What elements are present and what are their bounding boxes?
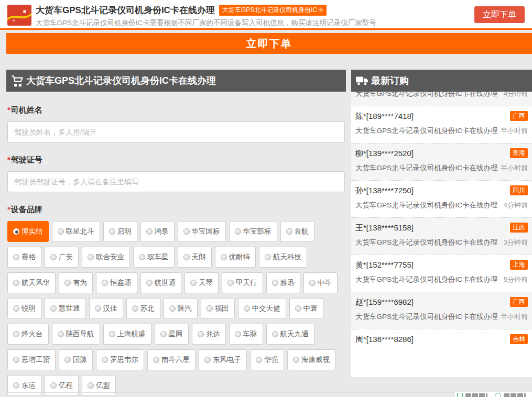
radio-icon (204, 357, 211, 363)
radio-icon (286, 228, 292, 235)
brand-option[interactable]: 甲天行 (222, 272, 263, 293)
brand-option-label: 天朗 (192, 252, 206, 262)
brand-option-label: 思增工贸 (21, 355, 50, 365)
brand-option[interactable]: 优耐特 (215, 247, 256, 268)
brand-option[interactable]: 广安 (45, 247, 79, 268)
brand-option[interactable]: 航天风华 (7, 272, 56, 293)
brand-option[interactable]: 福田 (201, 298, 235, 319)
brand-option[interactable]: 天朗 (178, 247, 212, 268)
brand-option[interactable]: 陕汽 (164, 298, 198, 319)
brand-option[interactable]: 国脉 (59, 349, 93, 370)
orders-list: 4分钟前大货车GPS北斗记录仪司机身份IC卡在线办理 广西 陈*[189****… (351, 92, 532, 377)
brand-option[interactable]: 陕西导航 (52, 324, 100, 345)
brand-option-label: 华宝部标 (243, 227, 272, 236)
radio-icon (160, 331, 167, 337)
brand-option-label: 甲天行 (236, 278, 257, 288)
brand-option[interactable]: 启明 (103, 221, 137, 242)
driver-name-input[interactable] (7, 122, 345, 142)
calculator-icon[interactable] (457, 393, 463, 397)
brand-option-label: 苏北 (140, 304, 155, 313)
radio-icon (58, 228, 64, 235)
brand-option[interactable]: 锐明 (7, 298, 41, 319)
brand-option[interactable]: 星网 (155, 324, 189, 345)
region-badge: 江西 (510, 223, 528, 233)
radio-icon (88, 382, 94, 389)
brand-option-label: 联星北斗 (66, 227, 94, 236)
brand-option[interactable]: 天琴 (184, 272, 219, 293)
brand-option[interactable]: 东风电子 (199, 349, 247, 370)
required-mark: * (7, 105, 10, 114)
brand-option[interactable]: 联合安业 (82, 247, 130, 268)
brand-option[interactable]: 鸿泉 (140, 221, 175, 242)
order-now-button[interactable]: 立即下单 (474, 6, 525, 23)
order-item: 青海 柳*[139****2520] 半小时前大货车GPS北斗记录仪司机身份IC… (351, 143, 532, 180)
brand-option[interactable]: 博实结 (7, 221, 49, 242)
brand-option[interactable]: 有为 (59, 272, 93, 293)
brand-option[interactable]: 兆达 (192, 324, 226, 345)
brand-option-label: 航世通 (155, 278, 176, 288)
brand-option[interactable]: 恒鑫通 (96, 272, 137, 293)
brand-option[interactable]: 华宝国标 (178, 221, 226, 242)
license-no-label: *驾驶证号 (7, 155, 346, 165)
brand-option[interactable]: 思增工贸 (7, 349, 56, 370)
order-item: 四川 孙*[138****7250] 4分钟前大货车GPS北斗记录仪司机身份IC… (351, 180, 532, 217)
brand-option[interactable]: 雅迅 (266, 272, 300, 293)
order-description: 半小时前大货车GPS北斗记录仪司机身份IC卡在线办理 (355, 123, 528, 139)
brand-option[interactable]: 华强 (250, 349, 284, 370)
required-mark: * (7, 155, 10, 164)
order-now-banner[interactable]: 立即下单 (6, 33, 532, 54)
order-item: 广西 陈*[189****7418] 半小时前大货车GPS北斗记录仪司机身份IC… (351, 106, 532, 143)
brand-option[interactable]: 烽火台 (7, 324, 49, 345)
brand-option-label: 锐明 (21, 304, 36, 313)
radio-icon (64, 280, 71, 286)
brand-option-label: 博实结 (21, 227, 43, 236)
brand-option[interactable]: 车脉 (229, 324, 263, 345)
brand-option-label: 亿程 (59, 381, 73, 390)
radio-icon (295, 305, 301, 312)
radio-icon (102, 357, 108, 363)
brand-option[interactable]: 海康威视 (287, 349, 335, 370)
brand-option[interactable]: 首航 (280, 221, 314, 242)
brand-option[interactable]: 联星北斗 (52, 221, 100, 242)
page: 大货车GPS北斗记录仪司机身份IC卡在线办理 大货车GPS北斗记录仪司机身份IC… (0, 0, 532, 397)
brand-option-label: 陕西导航 (66, 329, 94, 339)
brand-option-label: 陕汽 (178, 304, 192, 313)
brand-option[interactable]: 南斗六星 (147, 349, 196, 370)
brand-option[interactable]: 罗思韦尔 (96, 349, 144, 370)
order-time: 4分钟前 (504, 197, 528, 213)
brand-option[interactable]: 华宝部标 (229, 221, 277, 242)
brand-option-label: 鸿泉 (155, 227, 169, 236)
brand-option-label: 优耐特 (229, 252, 251, 262)
order-item: 上海 黄*[152****7755] 5分钟前大货车GPS北斗记录仪司机身份IC… (351, 255, 532, 292)
brand-option[interactable]: 航世通 (140, 272, 182, 293)
brand-option[interactable]: 航天科技 (259, 247, 307, 268)
form-section-header: 大货车GPS北斗记录仪司机身份IC卡在线办理 (6, 70, 346, 92)
brand-option[interactable]: 中斗 (303, 272, 338, 293)
brand-option[interactable]: 航天九通 (266, 324, 314, 345)
brand-option[interactable]: 驭车星 (133, 247, 175, 268)
brand-option-label: 天琴 (199, 278, 213, 288)
license-no-input[interactable] (7, 171, 345, 192)
brand-option-label: 联合安业 (96, 252, 124, 262)
order-description: 4分钟前大货车GPS北斗记录仪司机身份IC卡在线办理 (355, 92, 528, 102)
radio-icon (13, 305, 19, 312)
driver-name-label: *司机姓名 (7, 105, 346, 115)
brand-option[interactable]: 中寰 (289, 298, 323, 319)
order-description: 4分钟前大货车GPS北斗记录仪司机身份IC卡在线办理 (355, 197, 528, 213)
brand-option[interactable]: 汉佳 (89, 298, 123, 319)
order-customer: 周*[136****8286] (355, 333, 528, 346)
brand-option[interactable]: 亿盟 (82, 375, 116, 396)
brand-option[interactable]: 苏北 (126, 298, 160, 319)
brand-option[interactable]: 亿程 (45, 375, 79, 396)
brand-option-label: 华强 (264, 355, 278, 365)
brand-option[interactable]: 赛格 (7, 247, 41, 268)
brand-option[interactable]: 中交天健 (238, 298, 286, 319)
brand-option-label: 雅迅 (280, 278, 295, 288)
radio-icon (207, 305, 213, 312)
radio-icon (109, 331, 115, 337)
brand-option[interactable]: 东运 (7, 375, 41, 396)
brand-option[interactable]: 上海航盛 (103, 324, 151, 345)
radio-icon (146, 228, 153, 235)
service-icon[interactable] (495, 393, 501, 397)
brand-option[interactable]: 慧世通 (45, 298, 86, 319)
